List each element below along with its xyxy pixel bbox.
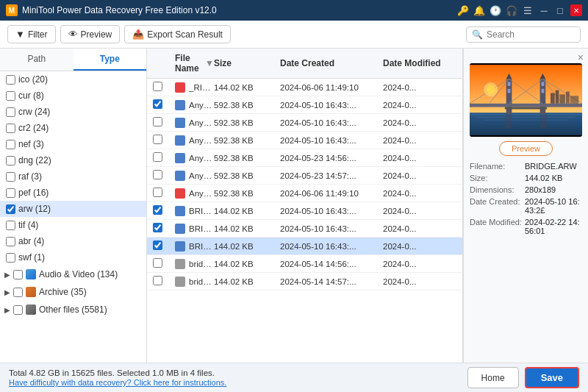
file-checkbox-12[interactable]	[153, 276, 162, 285]
file-name: BRIDGE.ARW	[189, 242, 214, 251]
file-checkbox-4[interactable]	[153, 135, 162, 144]
table-row[interactable]: AnyConv.__be...592.38 KB2024-05-10 16:43…	[147, 96, 462, 114]
svg-rect-10	[508, 89, 511, 93]
key-icon[interactable]: 🔑	[457, 4, 469, 16]
sidebar-item-pef[interactable]: pef (16)	[0, 185, 146, 201]
table-row[interactable]: AnyConv.__be...592.38 KB2024-05-10 16:43…	[147, 132, 462, 149]
sidebar-items-container: ico (20)cur (8)crw (24)cr2 (24)nef (3)dn…	[0, 71, 146, 266]
file-checkbox-8[interactable]	[153, 205, 162, 215]
file-checkbox-6[interactable]	[153, 170, 162, 179]
preview-info: Filename: BRIDGE.ARW Size: 144.02 KB Dim…	[470, 160, 582, 237]
table-row[interactable]: _RIDGE.ARW144.02 KB2024-06-06 11:49:1020…	[147, 79, 462, 96]
home-button[interactable]: Home	[467, 367, 519, 388]
svg-rect-28	[505, 114, 512, 128]
table-row[interactable]: bridge.arw144.02 KB2024-05-14 14:56:...2…	[147, 255, 462, 273]
file-name: AnyConv.__be...	[189, 136, 214, 145]
table-row[interactable]: BRIDGE.ARW144.02 KB2024-05-10 16:43:...2…	[147, 202, 462, 220]
file-name: BRIDGE.ARW	[189, 207, 214, 215]
headset-icon[interactable]: 🎧	[506, 4, 517, 16]
size-value: 144.02 KB	[525, 172, 582, 184]
filename-label: Filename:	[470, 160, 525, 172]
header-created[interactable]: Date Created	[280, 53, 383, 74]
header-modified[interactable]: Date Modified	[383, 53, 456, 74]
chevron-right-icon-archive: ▶	[4, 288, 10, 296]
sidebar-item-swf[interactable]: swf (1)	[0, 249, 146, 266]
checkbox-cr2[interactable]	[6, 124, 15, 133]
sidebar-item-nef[interactable]: nef (3)	[0, 136, 146, 152]
filename-value: BRIDGE.ARW	[525, 160, 582, 172]
checkbox-crw[interactable]	[6, 107, 15, 117]
label-cur: cur (8)	[18, 90, 44, 101]
file-type-icon	[175, 259, 185, 269]
table-row[interactable]: BRIDGE.ARW144.02 KB2024-05-10 16:43:...2…	[147, 238, 462, 255]
file-date-created: 2024-05-10 16:43:...	[280, 101, 383, 110]
menu-icon[interactable]: ☰	[522, 4, 534, 16]
sidebar-group-audio[interactable]: ▶Audio & Video (134)	[0, 266, 146, 283]
file-date-created: 2024-05-10 16:43:...	[280, 136, 383, 145]
file-checkbox-5[interactable]	[153, 152, 162, 162]
table-row[interactable]: AnyConv.__be...592.38 KB2024-06-06 11:49…	[147, 185, 462, 202]
close-icon[interactable]: ✕	[570, 4, 582, 16]
maximize-icon[interactable]: □	[554, 4, 566, 16]
table-row[interactable]: BRIDGE.ARW144.02 KB2024-05-10 16:43:...2…	[147, 220, 462, 238]
table-row[interactable]: bridge.arw144.02 KB2024-05-14 14:57:...2…	[147, 273, 462, 291]
preview-button[interactable]: 👁 Preview	[60, 25, 121, 43]
group-icon-other	[26, 304, 36, 315]
checkbox-ico[interactable]	[6, 75, 15, 85]
preview-action-button[interactable]: Preview	[499, 141, 553, 156]
sidebar-item-abr[interactable]: abr (4)	[0, 233, 146, 249]
help-link[interactable]: Have difficulty with data recovery? Clic…	[9, 378, 226, 387]
sidebar-item-crw[interactable]: crw (24)	[0, 104, 146, 120]
file-size: 144.02 KB	[214, 277, 280, 286]
sidebar-item-arw[interactable]: arw (12)	[0, 201, 146, 217]
checkbox-dng[interactable]	[6, 156, 15, 165]
export-button[interactable]: 📤 Export Scan Result	[124, 25, 231, 43]
checkbox-pef[interactable]	[6, 188, 15, 198]
checkbox-raf[interactable]	[6, 172, 15, 182]
checkbox-abr[interactable]	[6, 237, 15, 246]
created-value: 2024-05-10 16:43:2£	[525, 196, 582, 216]
file-checkbox-7[interactable]	[153, 188, 162, 197]
file-checkbox-11[interactable]	[153, 258, 162, 268]
sidebar-item-tif[interactable]: tif (4)	[0, 217, 146, 233]
sidebar-item-cur[interactable]: cur (8)	[0, 88, 146, 104]
sidebar-group-archive[interactable]: ▶Archive (35)	[0, 283, 146, 301]
checkbox-nef[interactable]	[6, 140, 15, 149]
header-size[interactable]: Size	[214, 53, 280, 74]
checkbox-group-audio[interactable]	[13, 270, 23, 279]
tab-path[interactable]: Path	[0, 49, 74, 71]
sidebar-group-other[interactable]: ▶Other files (5581)	[0, 301, 146, 318]
sidebar-item-ico[interactable]: ico (20)	[0, 71, 146, 88]
file-checkbox-1[interactable]	[153, 82, 162, 91]
file-checkbox-2[interactable]	[153, 99, 162, 109]
tab-type[interactable]: Type	[74, 49, 147, 71]
preview-image	[470, 63, 582, 137]
checkbox-arw[interactable]	[6, 204, 15, 214]
svg-rect-12	[542, 89, 545, 93]
filter-button[interactable]: ▼ Filter	[7, 25, 56, 43]
checkbox-group-other[interactable]	[13, 305, 23, 315]
sidebar-item-raf[interactable]: raf (3)	[0, 168, 146, 185]
table-row[interactable]: AnyConv.__be...592.38 KB2024-05-10 16:43…	[147, 114, 462, 132]
checkbox-group-archive[interactable]	[13, 288, 23, 297]
table-row[interactable]: AnyConv.__be...592.38 KB2024-05-23 14:57…	[147, 167, 462, 185]
table-row[interactable]: AnyConv.__be...592.38 KB2024-05-23 14:56…	[147, 149, 462, 167]
preview-close-button[interactable]: ×	[578, 51, 584, 63]
save-button[interactable]: Save	[525, 367, 579, 388]
checkbox-swf[interactable]	[6, 253, 15, 263]
sidebar-item-cr2[interactable]: cr2 (24)	[0, 120, 146, 136]
checkbox-cur[interactable]	[6, 91, 15, 101]
group-icon-archive	[26, 287, 36, 297]
search-input[interactable]	[487, 29, 575, 40]
label-abr: abr (4)	[18, 236, 44, 246]
bell-icon[interactable]: 🔔	[473, 4, 485, 16]
titlebar: M MiniTool Power Data Recovery Free Edit…	[0, 0, 588, 21]
clock-icon[interactable]: 🕐	[490, 4, 501, 16]
sidebar-item-dng[interactable]: dng (22)	[0, 152, 146, 168]
file-checkbox-10[interactable]	[153, 240, 162, 250]
file-checkbox-3[interactable]	[153, 117, 162, 126]
header-filename[interactable]: File Name ▼	[175, 53, 214, 74]
file-checkbox-9[interactable]	[153, 223, 162, 232]
minimize-icon[interactable]: ─	[538, 4, 550, 16]
checkbox-tif[interactable]	[6, 221, 15, 230]
